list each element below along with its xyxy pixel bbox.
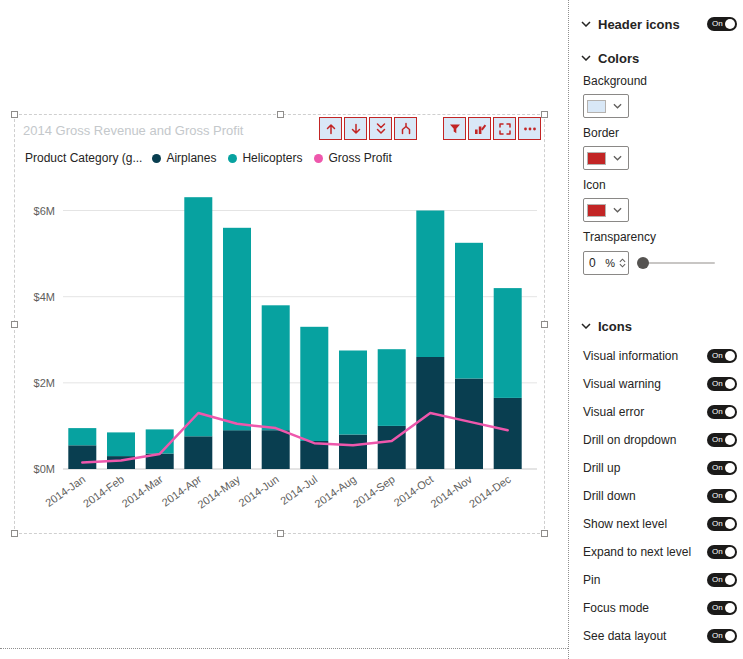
x-axis-label: 2014-Jun	[236, 473, 280, 509]
icon-row-drill-down: Drill downOn	[581, 482, 737, 510]
bar-helicopters[interactable]	[146, 429, 174, 453]
visual-error-toggle[interactable]: On	[707, 405, 737, 419]
bar-helicopters[interactable]	[223, 228, 251, 430]
transparency-value: 0	[584, 256, 605, 270]
background-color-dropdown[interactable]	[583, 94, 629, 118]
bar-helicopters[interactable]	[339, 351, 367, 435]
bar-helicopters[interactable]	[455, 243, 483, 379]
icon-setting-label: Drill on dropdown	[583, 433, 676, 447]
toggle-state-label: On	[712, 408, 723, 416]
section-label: Header icons	[598, 17, 707, 32]
legend-dot	[314, 154, 323, 163]
bar-helicopters[interactable]	[300, 327, 328, 441]
y-axis-label: $0M	[34, 463, 55, 475]
toggle-knob	[725, 491, 735, 501]
show-next-level-button[interactable]	[369, 117, 392, 140]
expand-to-next-level-toggle[interactable]: On	[707, 545, 737, 559]
bar-helicopters[interactable]	[378, 349, 406, 426]
expand-all-button[interactable]	[394, 117, 417, 140]
icon-row-visual-warning: Visual warningOn	[581, 370, 737, 398]
toggle-state-label: On	[712, 380, 723, 388]
legend-item-helicopters[interactable]: Helicopters	[228, 151, 302, 165]
show-next-level-toggle[interactable]: On	[707, 517, 737, 531]
toggle-knob	[725, 351, 735, 361]
more-options-icon	[522, 121, 538, 137]
transparency-input[interactable]: 0 %	[583, 251, 629, 275]
section-header-icons[interactable]: Header icons On	[581, 14, 737, 34]
legend-title[interactable]: Product Category (g...	[25, 151, 142, 165]
drill-down-toggle[interactable]: On	[707, 489, 737, 503]
data-layout-button[interactable]	[468, 117, 491, 140]
visual-information-toggle[interactable]: On	[707, 349, 737, 363]
y-axis-label: $4M	[34, 291, 55, 303]
icon-label: Icon	[583, 178, 737, 192]
toggle-knob	[725, 379, 735, 389]
filter-button[interactable]	[443, 117, 466, 140]
bar-airplanes[interactable]	[184, 436, 212, 469]
bar-helicopters[interactable]	[494, 288, 522, 398]
resize-handle[interactable]	[277, 530, 284, 537]
x-axis-label: 2014-May	[195, 473, 242, 511]
resize-handle[interactable]	[11, 530, 18, 537]
drill-down-button[interactable]	[344, 117, 367, 140]
drill-down-icon	[348, 121, 364, 137]
background-color-swatch	[587, 100, 606, 113]
section-colors[interactable]: Colors	[581, 48, 737, 68]
toggle-state-label: On	[712, 492, 723, 500]
chart-legend: Product Category (g... AirplanesHelicopt…	[25, 151, 538, 165]
chart-visual[interactable]: 2014 Gross Revenue and Gross Profit Prod…	[14, 114, 545, 534]
spinner-arrows[interactable]	[616, 258, 628, 268]
bar-helicopters[interactable]	[68, 428, 96, 445]
resize-handle[interactable]	[277, 111, 284, 118]
see-data-layout-toggle[interactable]: On	[707, 629, 737, 643]
icon-setting-label: See data layout	[583, 629, 666, 643]
toggle-state-label: On	[712, 464, 723, 472]
icon-color-dropdown[interactable]	[583, 198, 629, 222]
legend-item-airplanes[interactable]: Airplanes	[152, 151, 216, 165]
bar-airplanes[interactable]	[494, 398, 522, 469]
visual-warning-toggle[interactable]: On	[707, 377, 737, 391]
focus-mode-button[interactable]	[493, 117, 516, 140]
section-icons[interactable]: Icons	[581, 316, 737, 336]
bar-airplanes[interactable]	[262, 430, 290, 469]
icon-row-visual-information: Visual informationOn	[581, 342, 737, 370]
slider-knob[interactable]	[637, 257, 649, 269]
icon-row-expand-to-next-level: Expand to next levelOn	[581, 538, 737, 566]
section-label: Icons	[598, 319, 737, 334]
bar-helicopters[interactable]	[416, 211, 444, 358]
legend-item-gross-profit[interactable]: Gross Profit	[314, 151, 391, 165]
border-color-dropdown[interactable]	[583, 146, 629, 170]
legend-item-label: Gross Profit	[328, 151, 391, 165]
bar-airplanes[interactable]	[339, 435, 367, 470]
more-options-button[interactable]	[518, 117, 541, 140]
transparency-slider[interactable]	[637, 251, 717, 275]
drill-up-toggle[interactable]: On	[707, 461, 737, 475]
focus-mode-toggle[interactable]: On	[707, 601, 737, 615]
header-icons-toggle[interactable]: On	[707, 17, 737, 31]
bar-airplanes[interactable]	[300, 441, 328, 469]
resize-handle[interactable]	[541, 111, 548, 118]
bar-airplanes[interactable]	[68, 445, 96, 469]
resize-handle[interactable]	[541, 321, 548, 328]
drill-up-icon	[323, 121, 339, 137]
resize-handle[interactable]	[541, 530, 548, 537]
toggle-state-label: On	[712, 520, 723, 528]
bar-helicopters[interactable]	[184, 197, 212, 436]
icon-setting-label: Expand to next level	[583, 545, 691, 559]
resize-handle[interactable]	[11, 111, 18, 118]
icon-setting-label: Visual error	[583, 405, 644, 419]
pin-toggle[interactable]: On	[707, 573, 737, 587]
page-boundary-horizontal	[0, 648, 568, 649]
drill-up-button[interactable]	[319, 117, 342, 140]
drill-on-dropdown-toggle[interactable]: On	[707, 433, 737, 447]
bar-helicopters[interactable]	[107, 432, 135, 456]
resize-handle[interactable]	[11, 321, 18, 328]
toggle-state-label: On	[712, 548, 723, 556]
legend-item-label: Airplanes	[166, 151, 216, 165]
bar-airplanes[interactable]	[223, 430, 251, 469]
icon-row-drill-up: Drill upOn	[581, 454, 737, 482]
legend-dot	[152, 154, 161, 163]
chart-plot: $0M$2M$4M$6M2014-Jan2014-Feb2014-Mar2014…	[17, 173, 541, 533]
bar-helicopters[interactable]	[262, 305, 290, 430]
x-axis-label: 2014-Jan	[43, 473, 87, 509]
